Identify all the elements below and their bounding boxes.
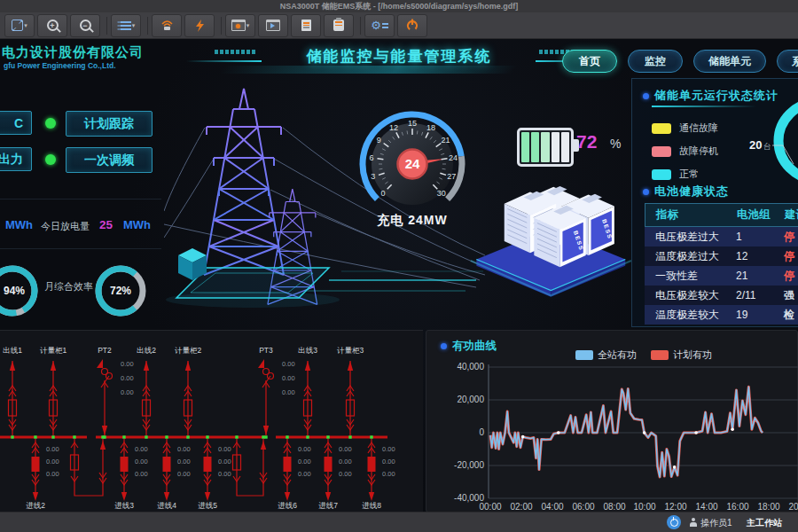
feeder-symbol[interactable] — [50, 361, 58, 435]
svg-text:18: 18 — [426, 123, 435, 132]
comm-antenna-button[interactable] — [152, 14, 182, 37]
feeder-symbol[interactable] — [99, 439, 106, 489]
svg-text:0.00: 0.00 — [218, 445, 231, 453]
svg-text:9: 9 — [377, 136, 381, 145]
legend-swatch-cyan — [652, 169, 671, 180]
gauge-value: 24 — [405, 156, 420, 171]
table-row[interactable]: 温度极差过大 12 停 — [645, 246, 798, 266]
efficiency-gauge-right: 72% — [92, 262, 149, 319]
output-mode-button[interactable]: 出力 — [0, 147, 32, 171]
table-row[interactable]: 电压极差过大 1 停 — [645, 227, 798, 246]
antenna-icon — [160, 20, 174, 31]
breaker-closed-symbol[interactable] — [32, 439, 40, 501]
table-header-row: 指标 电池组 建议 — [645, 203, 798, 227]
fit-screen-button[interactable]: ↗↙ ▾ — [4, 14, 35, 37]
nav-monitor[interactable]: 监控 — [628, 50, 683, 73]
gauge-right-value: 72% — [110, 285, 131, 297]
svg-text:04:00: 04:00 — [541, 502, 563, 512]
legend-item-fault-stop[interactable]: 故障停机 — [652, 145, 718, 158]
svg-text:计量柜1: 计量柜1 — [40, 346, 67, 355]
company-name-en: gfu Power Engineering Co.,Ltd. — [4, 61, 116, 70]
agc-document-button[interactable] — [291, 14, 321, 37]
svg-text:02:00: 02:00 — [510, 502, 532, 512]
toolbar-separator — [106, 17, 107, 35]
nav-system-status[interactable]: 系统状态 — [777, 50, 798, 73]
table-row[interactable]: 一致性差 21 停 — [645, 266, 798, 286]
unit-status-donut: 20 台 — [739, 98, 798, 196]
svg-text:10:00: 10:00 — [633, 502, 655, 512]
feeder-symbol[interactable] — [143, 361, 151, 435]
power-flash-button[interactable] — [184, 14, 215, 37]
power-off-button[interactable] — [397, 14, 427, 37]
breaker-closed-symbol[interactable] — [325, 439, 332, 501]
zoom-in-button[interactable]: + — [37, 14, 67, 37]
breaker-open-symbol[interactable] — [233, 439, 241, 489]
operator-name: 操作员1 — [700, 517, 732, 529]
breaker-closed-symbol[interactable] — [204, 439, 212, 501]
play-window-button[interactable] — [258, 14, 288, 37]
svg-text:0.00: 0.00 — [382, 470, 395, 478]
plan-tracking-button[interactable]: 计划跟踪 — [66, 111, 153, 137]
nav-storage-unit[interactable]: 储能单元 — [693, 50, 766, 73]
table-row[interactable]: 温度极差较大 19 检 — [645, 305, 798, 325]
workstation-name[interactable]: 主工作站 — [747, 517, 782, 529]
svg-text:06:00: 06:00 — [572, 502, 594, 512]
svg-text:12: 12 — [389, 123, 398, 132]
feeder-symbol[interactable] — [9, 361, 17, 435]
svg-text:0.00: 0.00 — [382, 445, 395, 453]
breaker-closed-symbol[interactable] — [284, 439, 292, 501]
svg-text:12:00: 12:00 — [664, 502, 686, 512]
feeder-symbol[interactable] — [304, 361, 312, 435]
svg-text:计量柜3: 计量柜3 — [337, 346, 364, 355]
session-power-button[interactable] — [667, 515, 681, 529]
active-power-panel: 有功曲线 全站有功 计划有功 40,000 — [426, 330, 798, 512]
user-icon — [690, 518, 697, 527]
svg-text:0.00: 0.00 — [282, 374, 295, 382]
power-icon — [670, 519, 678, 527]
soc-unit: % — [610, 137, 621, 151]
table-row[interactable]: 电压极差较大 2/11 强 — [645, 286, 798, 305]
breaker-open-symbol[interactable] — [71, 439, 79, 489]
breaker-closed-symbol[interactable] — [121, 439, 129, 501]
svg-text:0.00: 0.00 — [382, 458, 395, 466]
company-name-cn: 电力设计股份有限公司 — [2, 44, 144, 61]
breaker-closed-symbol[interactable] — [368, 439, 376, 501]
svg-text:0.00: 0.00 — [135, 458, 148, 466]
feeder-symbol[interactable] — [184, 361, 192, 435]
oneline-diagram[interactable]: 出线1计量柜1PT2出线2计量柜2PT3出线3计量柜30.000.000.000… — [0, 331, 423, 512]
settings-button[interactable]: ⚙ — [364, 14, 395, 37]
feeder-symbol[interactable] — [347, 361, 355, 435]
svg-text:0.00: 0.00 — [135, 445, 148, 453]
agc-mode-button[interactable]: C — [0, 111, 32, 135]
agc-clipboard-button[interactable] — [324, 14, 354, 37]
discharge-unit: MWh — [123, 218, 151, 231]
zoom-out-icon: − — [80, 20, 91, 31]
list-view-button[interactable]: ▾ — [111, 14, 141, 37]
feeder-symbol[interactable] — [97, 359, 113, 435]
svg-text:3: 3 — [371, 172, 375, 181]
svg-text:0.00: 0.00 — [339, 458, 352, 466]
status-dot-green — [45, 154, 56, 165]
svg-text:PT3: PT3 — [259, 346, 273, 355]
discharge-label: 今日放电量 — [41, 220, 90, 233]
oneline-diagram-panel: 出线1计量柜1PT2出线2计量柜2PT3出线3计量柜30.000.000.000… — [0, 330, 423, 512]
legend-item-normal[interactable]: 正常 — [652, 168, 699, 181]
list-view-icon — [117, 21, 131, 30]
breaker-closed-symbol[interactable] — [163, 439, 171, 501]
feeder-symbol[interactable] — [260, 439, 267, 489]
primary-freq-button[interactable]: 一次调频 — [66, 147, 153, 173]
svg-text:进线4: 进线4 — [157, 501, 176, 510]
active-power-chart[interactable]: 40,000 20,000 0 -20,000 -40,000 00:00 02… — [426, 331, 798, 512]
battery-health-table: 指标 电池组 建议 电压极差过大 1 停 温度极差过大 12 停 一致性差 21 — [645, 203, 798, 325]
svg-text:21: 21 — [442, 136, 450, 145]
zoom-out-button[interactable]: − — [70, 14, 100, 37]
feeder-symbol[interactable] — [258, 359, 274, 435]
window-titlebar[interactable]: NSA3000T 储能EMS系统 - [/home/s5000/diagram/… — [0, 0, 798, 12]
svg-text:0.00: 0.00 — [46, 445, 59, 453]
svg-text:0.00: 0.00 — [177, 445, 191, 453]
svg-text:计量柜2: 计量柜2 — [175, 346, 202, 355]
svg-text:0: 0 — [381, 189, 386, 198]
svg-text:18:00: 18:00 — [757, 502, 779, 512]
display-window-button[interactable]: ▾ — [225, 14, 255, 37]
legend-item-comm-fault[interactable]: 通信故障 — [652, 121, 718, 135]
